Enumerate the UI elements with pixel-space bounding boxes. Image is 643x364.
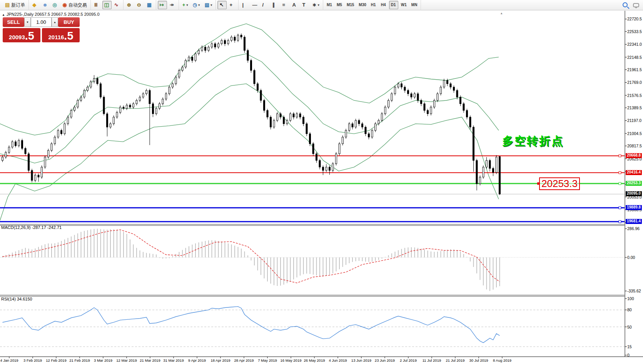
candle-body [437,94,438,100]
candle-body [2,157,3,160]
date-label: 28 Apr 2019 [234,358,254,362]
signals-icon[interactable]: ◎ [50,1,60,9]
candle-body [5,152,7,157]
chart-shift-button[interactable]: ↠ [168,1,177,9]
crosshair-button[interactable]: + [227,1,237,9]
timeframe-m30-button[interactable]: M30 [357,1,368,9]
auto-scroll-button[interactable]: ↦ [158,1,167,9]
vertical-line-button[interactable]: | [240,1,249,9]
timeframe-m1-button[interactable]: M1 [325,1,334,9]
candle-body [126,105,128,109]
text-button[interactable]: A [290,1,299,9]
timeframe-mn-button[interactable]: MN [409,1,419,9]
candle-body [57,130,59,137]
candle-body [352,124,353,127]
arrows-button[interactable]: ∗▾ [310,1,321,9]
hline-handle[interactable] [619,172,621,174]
candle-body [414,94,416,97]
zoom-in-button[interactable]: ⊕ [125,1,134,9]
new-order-button[interactable]: ▤新订单 [3,1,27,9]
price-tick-label: 22341.0 [627,42,642,47]
timeframe-m5-button[interactable]: M5 [335,1,344,9]
tile-windows-icon: ▦ [147,1,152,9]
hline-price-label[interactable]: 20416.4 [626,170,642,175]
date-label: 12 Feb 2019 [46,358,66,362]
timeframe-m15-button[interactable]: M15 [345,1,356,9]
hline-handle[interactable] [619,207,621,209]
hline-price-label[interactable]: 19889.8 [626,205,642,210]
candle-body [496,157,497,172]
timeframe-w1-button[interactable]: W1 [399,1,409,9]
periods-button[interactable]: ◷▾ [191,1,202,9]
candle-body [28,154,30,170]
channel-button[interactable]: ∥ [270,1,279,9]
candle-body [479,177,481,184]
candle-body [41,167,43,177]
candle-body [244,37,246,50]
sell-price-box[interactable]: 20093 .5 [3,28,40,42]
candle-body [179,70,180,77]
candle-body [15,142,17,145]
candle-body [120,107,121,112]
hline-price-label[interactable]: 19681.4 [626,219,642,224]
autotrading-button[interactable]: ◉自动交易 [60,1,89,9]
candle-body [64,124,65,134]
symbol-arrow-icon: ▲ [2,13,5,17]
chart-candles-button[interactable]: ◫ [102,1,112,9]
timeframe-h1-button[interactable]: H1 [369,1,378,9]
volume-input[interactable]: 1.00 [31,17,52,27]
current-price-label: 20095.0 [626,191,642,196]
date-label: 23 Jun 2019 [375,358,395,362]
buy-button[interactable]: BUY [58,17,80,27]
candle-body [280,114,281,117]
date-label: 7 May 2019 [258,358,277,362]
candle-body [388,100,389,107]
zoom-out-button[interactable]: ⊖ [135,1,144,9]
candle-body [103,97,105,114]
templates-button[interactable]: ▧▾ [203,1,214,9]
candle-body [211,44,213,47]
search-icon[interactable] [623,2,628,7]
timeframe-d1-button[interactable]: D1 [389,1,398,9]
trendline-button[interactable]: / [260,1,269,9]
text-label-button[interactable]: T [300,1,309,9]
chart-line-icon: ∿ [114,1,119,9]
hline-handle[interactable] [619,220,621,223]
chat-icon[interactable] [633,3,639,7]
templates-icon: ▧ [205,1,209,9]
candle-body [349,124,350,130]
metaquotes-coin-icon[interactable]: ◆ [30,1,40,9]
candle-body [424,104,425,110]
horizontal-line-button[interactable]: — [250,1,259,9]
candle-body [136,100,137,104]
metaquotes-coin-icon-icon: ◆ [32,1,36,9]
tile-windows-button[interactable]: ▦ [145,1,154,9]
chart-line-button[interactable]: ∿ [112,1,122,9]
buy-price-box[interactable]: 20116 .5 [42,28,80,42]
chart-bars-button[interactable]: Ⅲ [92,1,102,9]
volume-decrease-button[interactable]: ▼ [24,17,31,27]
hline-handle[interactable] [619,155,621,157]
rsi-tick-label: 50 [627,325,632,329]
indicators-button[interactable]: +▾ [180,1,190,9]
turning-point-annotation[interactable]: 多空转折点 [502,134,564,149]
candle-body [336,154,337,164]
candle-body [303,117,304,124]
cursor-button[interactable]: ↖ [217,1,227,9]
candle-body [450,84,451,87]
level-annotation-box[interactable]: 20253.3 [539,177,580,190]
hline-price-label[interactable]: 20668.8 [626,153,642,158]
community-icon[interactable]: ☻ [40,1,50,9]
fibonacci-button[interactable]: ≡ [280,1,289,9]
candle-body [162,99,164,104]
sell-button[interactable]: SELL [3,17,24,27]
hline-price-label[interactable]: 20253.3 [626,181,642,186]
candle-body [100,84,102,97]
candle-body [312,144,314,154]
hline-handle[interactable] [619,182,621,185]
sell-price-main: 20093 [9,33,25,42]
timeframe-h4-button[interactable]: H4 [379,1,388,9]
candle-body [12,142,13,147]
volume-increase-button[interactable]: ▲ [52,17,58,27]
chart-shift-marker-icon[interactable]: ▴ [501,11,503,15]
